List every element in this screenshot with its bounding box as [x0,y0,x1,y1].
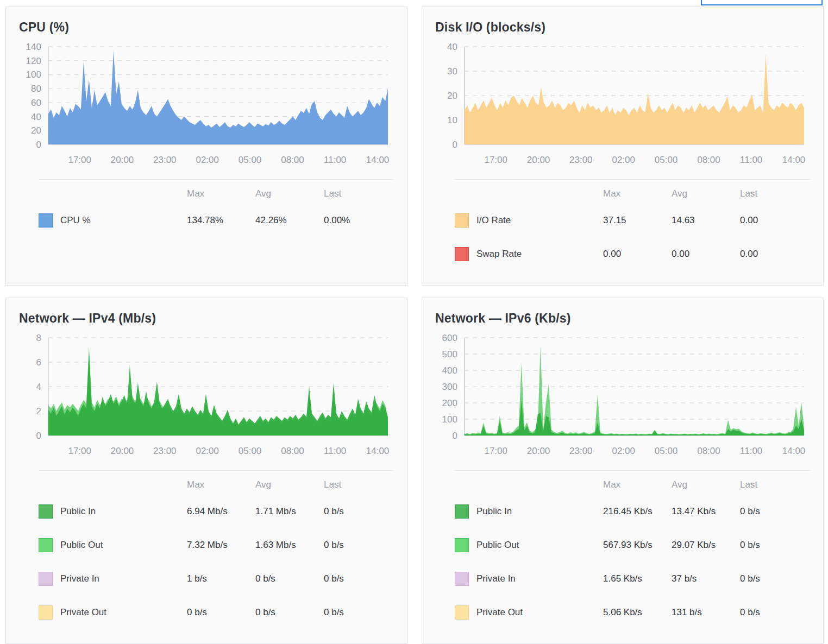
x-axis-tick: 05:00 [655,446,678,456]
y-axis-tick: 6 [36,357,41,368]
legend-label: Private Out [476,607,523,618]
x-axis-tick: 17:00 [484,446,507,456]
legend-header-avg: Avg [672,188,740,199]
legend-last-value: 0.00 [740,215,810,226]
legend-row-public-in[interactable]: Public In216.45 Kb/s13.47 Kb/s0 b/s [455,495,810,528]
y-axis-tick: 80 [31,84,41,94]
legend-header-max: Max [603,188,672,199]
x-axis-tick: 14:00 [366,155,389,165]
legend-row-private-out[interactable]: Private Out0 b/s0 b/s0 b/s [39,596,394,629]
legend-last-value: 0 b/s [324,540,394,551]
legend-header-max: Max [603,479,672,490]
legend-header: Max Avg Last [39,471,394,490]
disk-io-panel-title: Disk I/O (blocks/s) [435,20,810,35]
cpu-panel-title: CPU (%) [19,20,394,35]
legend-avg-value: 14.63 [672,215,740,226]
y-axis-tick: 400 [442,365,457,376]
y-axis-tick: 20 [447,91,457,101]
legend-header: Max Avg Last [455,471,810,490]
legend-header-max: Max [187,188,255,199]
x-axis-tick: 05:00 [655,155,678,165]
legend-avg-value: 131 b/s [672,607,740,618]
x-axis-tick: 14:00 [782,155,805,165]
x-axis-tick: 05:00 [239,446,261,456]
x-axis-tick: 20:00 [527,155,550,165]
network-ipv4-panel-title: Network — IPv4 (Mb/s) [19,311,394,326]
legend-avg-value: 1.63 Mb/s [255,540,324,551]
x-axis-tick: 14:00 [366,446,389,456]
private-in-swatch [455,572,469,586]
y-axis-tick: 2 [36,406,41,416]
x-axis-tick: 23:00 [569,446,592,456]
x-axis-tick: 17:00 [68,446,91,456]
y-axis-tick: 0 [36,140,41,150]
y-axis-tick: 300 [442,382,457,392]
legend-header-max: Max [187,479,255,490]
legend-header-avg: Avg [255,188,324,199]
network-ipv4-chart: 0246817:0020:0023:0002:0005:0008:0011:00… [19,332,394,460]
y-axis-tick: 40 [447,42,457,52]
y-axis-tick: 500 [442,349,457,359]
legend-label: Public In [476,506,512,517]
y-axis-tick: 100 [442,414,457,425]
y-axis-tick: 10 [447,115,457,125]
x-axis-tick: 02:00 [612,446,635,456]
x-axis-tick: 11:00 [324,155,346,165]
legend-max-value: 1 b/s [187,573,255,584]
y-axis-tick: 0 [452,140,457,150]
legend-header-last: Last [324,188,394,199]
public-in-swatch [455,504,469,519]
y-axis-tick: 0 [452,431,457,441]
x-axis-tick: 17:00 [484,155,507,165]
network-ipv6-legend: Max Avg Last Public In216.45 Kb/s13.47 K… [455,470,810,629]
y-axis-tick: 140 [26,42,41,52]
private-out-swatch [39,605,53,620]
legend-row-i-o-rate[interactable]: I/O Rate37.1514.630.00 [455,204,810,237]
legend-avg-value: 13.47 Kb/s [672,506,740,517]
legend-avg-value: 29.07 Kb/s [672,540,740,551]
legend-max-value: 134.78% [187,215,255,226]
legend-label: Public Out [60,540,103,551]
public-out-swatch [455,538,469,552]
y-axis-tick: 120 [26,56,41,66]
legend-row-public-out[interactable]: Public Out7.32 Mb/s1.63 Mb/s0 b/s [39,528,394,562]
cpu-swatch [39,213,53,228]
legend-last-value: 0 b/s [740,607,810,618]
network-ipv4-legend: Max Avg Last Public In6.94 Mb/s1.71 Mb/s… [39,470,394,629]
x-axis-tick: 08:00 [697,446,720,456]
legend-max-value: 216.45 Kb/s [603,506,672,517]
legend-last-value: 0.00 [740,249,810,260]
x-axis-tick: 23:00 [153,446,176,456]
cpu-legend: Max Avg Last CPU %134.78%42.26%0.00% [39,179,394,237]
y-axis-tick: 100 [26,70,41,80]
legend-label: Private Out [60,607,106,618]
legend-last-value: 0 b/s [740,506,810,517]
x-axis-tick: 20:00 [111,446,134,456]
legend-row-public-out[interactable]: Public Out567.93 Kb/s29.07 Kb/s0 b/s [455,528,810,562]
time-range-button[interactable] [701,0,823,5]
dashboard-grid: CPU (%) 02040608010012014017:0020:0023:0… [0,0,828,644]
x-axis-tick: 05:00 [239,155,261,165]
legend-row-swap-rate[interactable]: Swap Rate0.000.000.00 [455,237,810,271]
y-axis-tick: 40 [31,112,41,122]
x-axis-tick: 20:00 [527,446,550,456]
y-axis-tick: 60 [31,98,41,108]
legend-row-cpu[interactable]: CPU %134.78%42.26%0.00% [39,204,394,237]
disk-io-panel: Disk I/O (blocks/s) 01020304017:0020:002… [422,7,824,286]
x-axis-tick: 20:00 [111,155,134,165]
swap-rate-swatch [455,247,469,261]
x-axis-tick: 08:00 [281,446,304,456]
legend-label: Swap Rate [476,249,522,260]
y-axis-tick: 200 [442,398,457,408]
legend-row-private-in[interactable]: Private In1 b/s0 b/s0 b/s [39,562,394,596]
legend-row-public-in[interactable]: Public In6.94 Mb/s1.71 Mb/s0 b/s [39,495,394,528]
legend-row-private-in[interactable]: Private In1.65 Kb/s37 b/s0 b/s [455,562,810,596]
y-axis-tick: 0 [36,431,41,441]
y-axis-tick: 20 [31,125,41,136]
legend-row-private-out[interactable]: Private Out5.06 Kb/s131 b/s0 b/s [455,596,810,629]
legend-max-value: 1.65 Kb/s [603,573,672,584]
network-ipv6-panel-title: Network — IPv6 (Kb/s) [435,311,810,326]
y-axis-tick: 8 [36,333,41,343]
x-axis-tick: 02:00 [196,446,218,456]
legend-label: Private In [60,573,99,584]
